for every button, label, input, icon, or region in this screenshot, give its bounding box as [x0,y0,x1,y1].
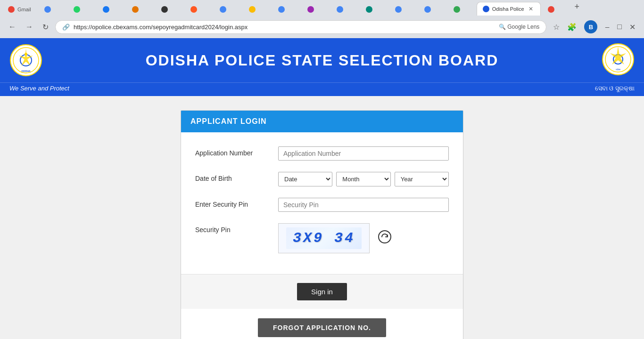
date-select[interactable]: Date 0102030405 0607080910 1112131415 16… [278,172,332,186]
tab-4[interactable] [97,3,125,16]
close-button[interactable]: ✕ [627,21,638,33]
header-left: ODISHA [9,44,42,77]
tab-close-icon[interactable]: ✕ [527,5,535,13]
toolbar-right: ☆ 🧩 B ‒ □ ✕ [550,18,638,35]
header-right: ଓଡ଼ିଶା [602,43,635,78]
captcha-refresh-button[interactable] [377,229,392,248]
tab-bar: Gmail [0,0,644,16]
url-input-box[interactable]: 🔗 https://opolice.cbexams.com/sepoyregad… [55,20,546,34]
profile-menu-button[interactable]: B [581,18,600,35]
security-pin-input[interactable] [278,198,449,212]
tab-15[interactable] [418,3,446,16]
svg-point-11 [379,231,391,243]
application-number-label: Application Number [195,146,271,157]
google-lens-button[interactable]: 🔍 Google Lens [499,24,539,30]
security-icon: 🔗 [62,24,70,31]
extensions-button[interactable]: 🧩 [564,21,579,33]
tab-gmail[interactable]: Gmail [2,3,37,16]
lens-icon: 🔍 [499,24,506,30]
header-title-block: ODISHA POLICE STATE SELECTION BOARD [42,52,602,69]
svg-text:ODISHA: ODISHA [21,70,31,73]
card-footer: Sign in [181,274,463,309]
captcha-text: 3X9 34 [286,227,362,249]
tab-12[interactable] [330,3,359,16]
forgot-application-button[interactable]: FORGOT APPLICATION NO. [258,318,386,337]
tab-14[interactable] [389,3,417,16]
tab-3[interactable] [67,3,96,16]
tab-8[interactable] [214,3,242,16]
main-content: APPLICANT LOGIN Application Number Date … [0,96,644,339]
security-pin-input-row: Enter Security Pin [195,198,449,212]
reload-button[interactable]: ↻ [40,21,51,33]
url-text: https://opolice.cbexams.com/sepoyregadmi… [74,24,495,31]
captcha-image: 3X9 34 [278,223,370,253]
new-tab-button[interactable]: + [571,0,584,14]
captcha-label: Security Pin [195,223,271,234]
card-title: APPLICANT LOGIN [190,117,267,125]
captcha-row: Security Pin 3X9 34 [195,223,449,253]
year-select[interactable]: Year 19901991199219931994 19951996199719… [395,172,449,186]
subtitle-odia: ସେବା ଓ ସୁରକ୍ଷା [595,85,635,92]
subtitle-text: We Serve and Protect [9,85,69,92]
month-select[interactable]: Month JanuaryFebruaryMarchApril MayJuneJ… [336,172,390,186]
address-bar: ← → ↻ 🔗 https://opolice.cbexams.com/sepo… [0,16,644,38]
tab-16[interactable] [447,3,476,16]
tab-new[interactable] [542,3,570,16]
site-header: ODISHA ODISHA POLICE STATE SELECTION BOA… [0,38,644,82]
application-number-input[interactable] [278,146,449,161]
state-emblem: ଓଡ଼ିଶା [602,43,635,76]
minimize-button[interactable]: ‒ [602,21,612,33]
dob-label: Date of Birth [195,172,271,182]
tab-5[interactable] [126,3,154,16]
user-avatar: B [584,20,597,33]
back-button[interactable]: ← [6,21,19,33]
tab-10[interactable] [272,3,300,16]
dob-row: Date of Birth Date 0102030405 0607080910… [195,172,449,186]
bookmark-button[interactable]: ☆ [550,21,562,33]
lens-label: Google Lens [507,24,539,30]
active-tab-label: Odisha Police [492,6,524,12]
forward-button[interactable]: → [23,21,36,33]
tab-7[interactable] [184,3,213,16]
application-number-row: Application Number [195,146,449,161]
tab-6[interactable] [155,3,183,16]
security-pin-input-label: Enter Security Pin [195,198,271,208]
police-emblem: ODISHA [9,44,42,77]
refresh-icon [377,229,392,244]
card-header: APPLICANT LOGIN [181,111,463,132]
tab-11[interactable] [301,3,330,16]
tab-13[interactable] [360,3,388,16]
tab-9[interactable] [243,3,271,16]
subtitle-bar: We Serve and Protect ସେବା ଓ ସୁରକ୍ଷା [0,82,644,96]
site-title: ODISHA POLICE STATE SELECTION BOARD [42,52,602,69]
sign-in-button[interactable]: Sign in [297,283,347,300]
browser-window: Gmail [0,0,644,38]
login-card: APPLICANT LOGIN Application Number Date … [181,110,463,339]
forgot-section: FORGOT APPLICATION NO. [181,309,463,339]
dob-selects: Date 0102030405 0607080910 1112131415 16… [278,172,449,186]
maximize-button[interactable]: □ [614,21,625,33]
page-content: ODISHA ODISHA POLICE STATE SELECTION BOA… [0,38,644,339]
card-body: Application Number Date of Birth Date 01… [181,132,463,274]
tab-2[interactable] [38,3,66,16]
tab-odisha-police[interactable]: Odisha Police ✕ [477,2,541,16]
svg-text:ଓଡ଼ିଶା: ଓଡ଼ିଶା [616,68,620,71]
captcha-area: 3X9 34 [278,223,449,253]
